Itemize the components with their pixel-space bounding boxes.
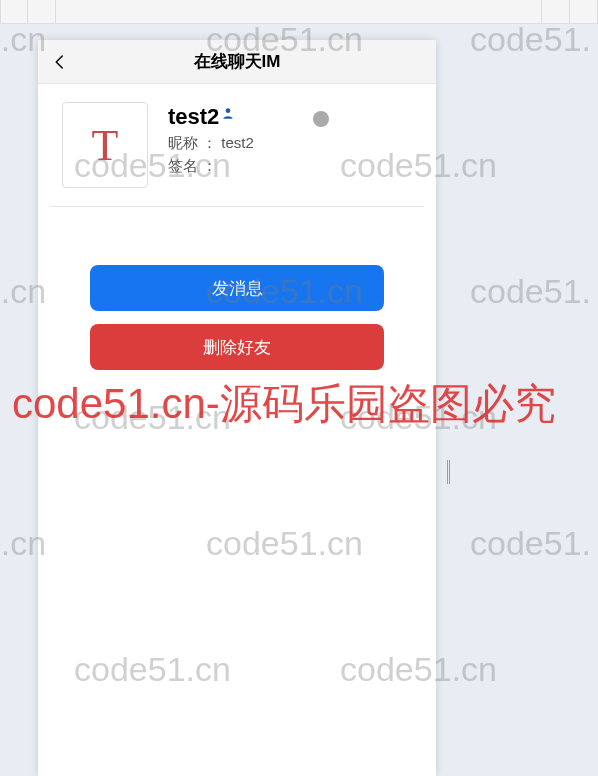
- profile-card: T test2 昵称 ： test2 签名 ：: [50, 84, 424, 207]
- nickname-line: 昵称 ： test2: [168, 134, 412, 153]
- back-button[interactable]: [38, 40, 82, 84]
- top-bar-address: [56, 0, 542, 23]
- signature-line: 签名 ：: [168, 157, 412, 176]
- username-row: test2: [168, 104, 412, 130]
- nickname-value: test2: [221, 134, 254, 151]
- top-bar-cell: [28, 0, 56, 23]
- user-badge-icon: [221, 106, 235, 120]
- watermark-text: code51.: [470, 20, 591, 59]
- username: test2: [168, 104, 219, 130]
- delete-friend-button[interactable]: 删除好友: [90, 324, 384, 370]
- app-header: 在线聊天IM: [38, 40, 436, 84]
- status-indicator: [313, 111, 329, 127]
- chevron-left-icon: [51, 53, 69, 71]
- top-bar-cell: [542, 0, 570, 23]
- send-message-button[interactable]: 发消息: [90, 265, 384, 311]
- nickname-label: 昵称 ：: [168, 134, 217, 151]
- page-title: 在线聊天IM: [38, 50, 436, 73]
- profile-info: test2 昵称 ： test2 签名 ：: [168, 102, 412, 176]
- signature-label: 签名 ：: [168, 157, 217, 174]
- avatar-letter: T: [92, 120, 119, 171]
- svg-point-0: [226, 108, 231, 113]
- top-bar-cell: [0, 0, 28, 23]
- top-bar-cell: [570, 0, 598, 23]
- avatar[interactable]: T: [62, 102, 148, 188]
- scroll-handle: [447, 460, 450, 484]
- watermark-text: code51.: [470, 524, 591, 563]
- app-screen: 在线聊天IM T test2 昵称 ： test2 签名 ： 发消息 删除好友: [38, 40, 436, 776]
- browser-top-bar: [0, 0, 598, 24]
- actions: 发消息 删除好友: [38, 207, 436, 370]
- watermark-text: code51.: [470, 272, 591, 311]
